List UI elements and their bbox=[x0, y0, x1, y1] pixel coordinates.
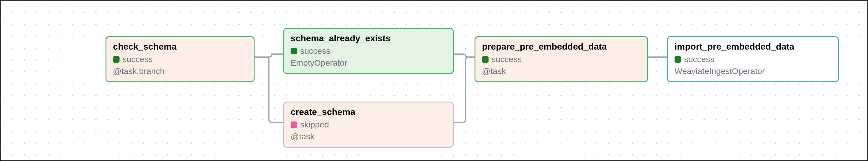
task-status-row: success bbox=[290, 46, 446, 56]
task-status-row: success bbox=[675, 54, 831, 65]
status-dot-icon bbox=[113, 56, 120, 63]
task-node-import-pre-embedded-data[interactable]: import_pre_embedded_data success Weaviat… bbox=[667, 36, 839, 82]
task-node-create-schema[interactable]: create_schema skipped @task bbox=[283, 102, 454, 148]
task-status-row: success bbox=[482, 54, 641, 65]
task-title: import_pre_embedded_data bbox=[675, 41, 831, 52]
task-operator: EmptyOperator bbox=[290, 58, 446, 68]
task-title: schema_already_exists bbox=[290, 33, 446, 44]
task-status-row: success bbox=[113, 54, 247, 65]
task-status-text: skipped bbox=[300, 120, 329, 130]
task-node-check-schema[interactable]: check_schema success @task.branch bbox=[105, 36, 254, 82]
task-status-text: success bbox=[684, 54, 714, 65]
dag-graph-frame: check_schema success @task.branch schema… bbox=[0, 0, 868, 161]
task-status-text: success bbox=[492, 54, 522, 65]
task-title: prepare_pre_embedded_data bbox=[482, 41, 641, 52]
status-dot-icon bbox=[482, 56, 489, 63]
task-operator: @task bbox=[290, 132, 446, 142]
task-status-text: success bbox=[300, 46, 330, 56]
task-title: create_schema bbox=[290, 107, 446, 117]
dag-graph-canvas[interactable]: check_schema success @task.branch schema… bbox=[1, 1, 868, 161]
task-operator: @task.branch bbox=[113, 66, 247, 76]
task-status-row: skipped bbox=[290, 120, 446, 130]
status-dot-icon bbox=[290, 48, 297, 54]
task-operator: WeaviateIngestOperator bbox=[675, 66, 831, 76]
task-node-schema-already-exists[interactable]: schema_already_exists success EmptyOpera… bbox=[283, 28, 454, 74]
task-status-text: success bbox=[123, 54, 153, 65]
status-dot-icon bbox=[675, 56, 681, 63]
task-node-prepare-pre-embedded-data[interactable]: prepare_pre_embedded_data success @task bbox=[474, 36, 648, 82]
status-dot-icon bbox=[290, 121, 297, 128]
task-title: check_schema bbox=[113, 41, 247, 52]
task-operator: @task bbox=[482, 66, 641, 76]
